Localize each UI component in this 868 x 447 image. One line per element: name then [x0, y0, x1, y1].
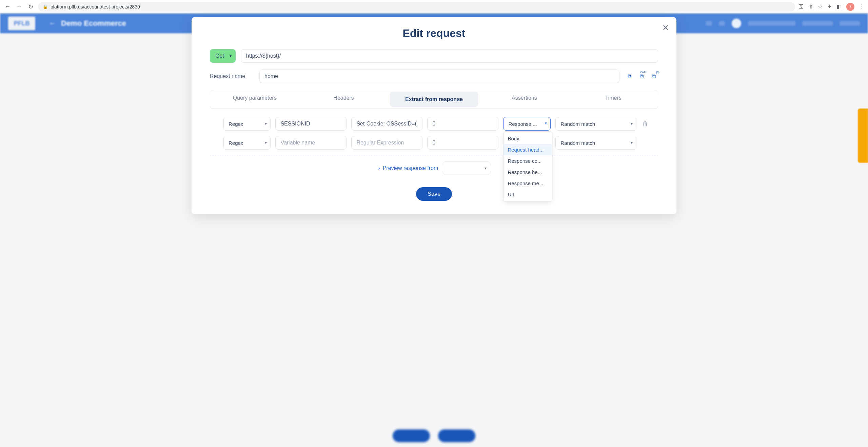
chevron-down-icon: ▾: [265, 121, 267, 126]
request-name-row: Request name ⧉ ⧉PATH ⧉{$}: [210, 70, 658, 83]
method-url-row: Get: [210, 49, 658, 63]
forward-button[interactable]: →: [15, 3, 23, 11]
extractor-type-select[interactable]: Regex ▾: [223, 136, 271, 150]
variable-name-input[interactable]: [275, 136, 347, 150]
preview-row: Preview response from ▾: [210, 155, 658, 175]
delete-row-icon[interactable]: 🗑: [641, 120, 649, 128]
chevron-down-icon: ▾: [631, 121, 633, 126]
extensions-icon[interactable]: ✦: [827, 3, 832, 10]
match-rule-select[interactable]: Random match ▾: [555, 117, 636, 131]
expression-input[interactable]: [351, 136, 422, 150]
chrome-icons: ⚿ ⇪ ☆ ✦ ◧ i ⋮: [798, 3, 865, 11]
expression-input[interactable]: [351, 117, 422, 131]
browser-chrome: ← → ↻ 🔒 platform.pflb.us/account/test-pr…: [0, 0, 868, 14]
modal-title: Edit request: [210, 27, 658, 40]
close-icon[interactable]: ✕: [662, 23, 669, 33]
http-method-select[interactable]: Get: [210, 49, 236, 63]
extractor-row: Regex ▾ Response ... ▴ Body Request head…: [210, 117, 658, 131]
dropdown-option-request-headers[interactable]: Request head...: [504, 144, 552, 155]
request-url-input[interactable]: [241, 49, 658, 63]
profile-avatar[interactable]: i: [846, 3, 854, 11]
url-text: platform.pflb.us/account/test-projects/2…: [51, 4, 140, 9]
request-tabs: Query parameters Headers Extract from re…: [210, 90, 658, 109]
save-button[interactable]: Save: [416, 187, 452, 201]
preview-source-select[interactable]: ▾: [443, 161, 490, 175]
chevron-down-icon: ▾: [631, 140, 633, 145]
copy-icon[interactable]: ⧉: [625, 72, 634, 81]
star-icon[interactable]: ☆: [818, 3, 823, 10]
lock-icon: 🔒: [43, 4, 48, 9]
dropdown-option-body[interactable]: Body: [504, 133, 552, 144]
chevron-down-icon: ▾: [265, 140, 267, 145]
variable-name-input[interactable]: [275, 117, 347, 131]
request-name-icons: ⧉ ⧉PATH ⧉{$}: [625, 72, 658, 81]
back-button[interactable]: ←: [3, 3, 12, 11]
share-icon[interactable]: ⇪: [809, 3, 813, 10]
request-name-input[interactable]: [259, 70, 619, 83]
url-bar[interactable]: 🔒 platform.pflb.us/account/test-projects…: [38, 2, 795, 12]
tab-assertions[interactable]: Assertions: [480, 90, 569, 109]
match-rule-select[interactable]: Random match ▾: [555, 136, 636, 150]
key-icon[interactable]: ⚿: [798, 4, 804, 10]
extractor-type-select[interactable]: Regex ▾: [223, 117, 271, 131]
dropdown-option-url[interactable]: Url: [504, 189, 552, 200]
match-rule-value: Random match: [560, 121, 595, 127]
tab-timers[interactable]: Timers: [569, 90, 658, 109]
match-number-input[interactable]: [427, 117, 498, 131]
chevron-down-icon: ▾: [485, 166, 487, 171]
copy-var-icon[interactable]: ⧉{$}: [649, 72, 658, 81]
match-number-input[interactable]: [427, 136, 498, 150]
menu-icon[interactable]: ⋮: [859, 3, 865, 10]
preview-response-toggle[interactable]: Preview response from: [378, 165, 438, 171]
copy-path-icon[interactable]: ⧉PATH: [637, 72, 646, 81]
source-select[interactable]: Response ... ▴: [503, 117, 551, 131]
dropdown-option-response-code[interactable]: Response co...: [504, 155, 552, 167]
extractor-row: Regex ▾ Random match ▾ 🗑: [210, 136, 658, 150]
preview-label-text: Preview response from: [383, 165, 438, 171]
chevron-up-icon: ▴: [545, 121, 547, 126]
dropdown-option-response-message[interactable]: Response me...: [504, 178, 552, 189]
source-dropdown: Body Request head... Response co... Resp…: [503, 131, 552, 202]
edit-request-modal: ✕ Edit request Get Request name ⧉ ⧉PATH …: [192, 17, 676, 214]
panel-icon[interactable]: ◧: [836, 3, 842, 10]
tab-query-parameters[interactable]: Query parameters: [210, 90, 299, 109]
http-method-value: Get: [215, 53, 224, 59]
save-row: Save: [210, 187, 658, 201]
tab-extract-from-response[interactable]: Extract from response: [390, 92, 478, 107]
extractor-type-value: Regex: [229, 121, 243, 127]
match-rule-value: Random match: [560, 140, 595, 146]
source-value: Response ...: [508, 121, 537, 127]
extractor-type-value: Regex: [229, 140, 243, 146]
dropdown-option-response-headers[interactable]: Response he...: [504, 167, 552, 178]
reload-button[interactable]: ↻: [26, 3, 35, 11]
modal-backdrop: ✕ Edit request Get Request name ⧉ ⧉PATH …: [0, 14, 868, 447]
tab-headers[interactable]: Headers: [299, 90, 388, 109]
request-name-label: Request name: [210, 73, 254, 79]
